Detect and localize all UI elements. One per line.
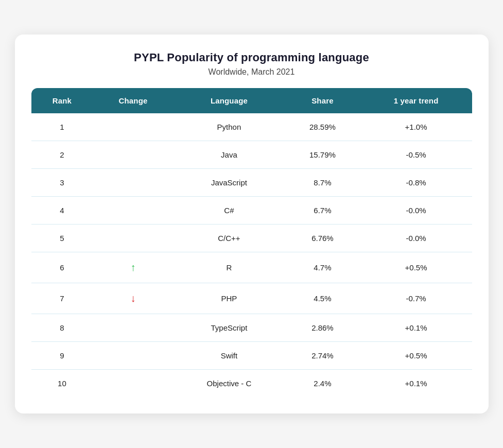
cell-share: 6.76% xyxy=(285,225,360,252)
cell-trend: +0.5% xyxy=(360,252,472,283)
cell-language: Swift xyxy=(174,342,285,370)
cell-change: ↑ xyxy=(93,252,173,283)
col-header-share: Share xyxy=(285,88,360,113)
page-title: PYPL Popularity of programming language xyxy=(31,51,472,64)
table-row: 6↑R4.7%+0.5% xyxy=(31,252,472,283)
cell-rank: 7 xyxy=(31,283,93,314)
cell-share: 28.59% xyxy=(285,113,360,141)
cell-language: R xyxy=(174,252,285,283)
cell-language: Java xyxy=(174,141,285,169)
col-header-trend: 1 year trend xyxy=(360,88,472,113)
cell-language: Objective - C xyxy=(174,370,285,398)
cell-change: ↓ xyxy=(93,283,173,314)
table-header-row: Rank Change Language Share 1 year trend xyxy=(31,88,472,113)
cell-rank: 5 xyxy=(31,225,93,252)
cell-trend: +0.5% xyxy=(360,342,472,370)
cell-rank: 3 xyxy=(31,169,93,197)
table-row: 5C/C++6.76%-0.0% xyxy=(31,225,472,252)
cell-language: JavaScript xyxy=(174,169,285,197)
cell-share: 6.7% xyxy=(285,197,360,225)
cell-trend: +1.0% xyxy=(360,113,472,141)
main-container: PYPL Popularity of programming language … xyxy=(15,35,489,413)
cell-change xyxy=(93,169,173,197)
cell-change xyxy=(93,370,173,398)
cell-trend: +0.1% xyxy=(360,370,472,398)
cell-share: 2.74% xyxy=(285,342,360,370)
cell-rank: 4 xyxy=(31,197,93,225)
cell-language: Python xyxy=(174,113,285,141)
cell-rank: 6 xyxy=(31,252,93,283)
cell-rank: 1 xyxy=(31,113,93,141)
cell-language: PHP xyxy=(174,283,285,314)
cell-rank: 2 xyxy=(31,141,93,169)
col-header-change: Change xyxy=(93,88,173,113)
table-row: 10Objective - C2.4%+0.1% xyxy=(31,370,472,398)
cell-trend: -0.5% xyxy=(360,141,472,169)
change-up-icon: ↑ xyxy=(131,262,136,273)
table-row: 4C#6.7%-0.0% xyxy=(31,197,472,225)
data-table: Rank Change Language Share 1 year trend … xyxy=(31,88,472,397)
table-row: 2Java15.79%-0.5% xyxy=(31,141,472,169)
cell-trend: -0.8% xyxy=(360,169,472,197)
cell-trend: -0.0% xyxy=(360,225,472,252)
cell-change xyxy=(93,197,173,225)
cell-share: 2.4% xyxy=(285,370,360,398)
table-row: 7↓PHP4.5%-0.7% xyxy=(31,283,472,314)
cell-trend: -0.7% xyxy=(360,283,472,314)
cell-language: C/C++ xyxy=(174,225,285,252)
cell-change xyxy=(93,225,173,252)
table-row: 9Swift2.74%+0.5% xyxy=(31,342,472,370)
col-header-rank: Rank xyxy=(31,88,93,113)
cell-share: 2.86% xyxy=(285,314,360,342)
cell-rank: 9 xyxy=(31,342,93,370)
cell-language: C# xyxy=(174,197,285,225)
cell-share: 8.7% xyxy=(285,169,360,197)
cell-trend: -0.0% xyxy=(360,197,472,225)
change-down-icon: ↓ xyxy=(131,292,136,304)
cell-rank: 10 xyxy=(31,370,93,398)
table-row: 1Python28.59%+1.0% xyxy=(31,113,472,141)
cell-language: TypeScript xyxy=(174,314,285,342)
cell-change xyxy=(93,314,173,342)
cell-share: 4.7% xyxy=(285,252,360,283)
cell-rank: 8 xyxy=(31,314,93,342)
page-subtitle: Worldwide, March 2021 xyxy=(31,67,472,77)
col-header-language: Language xyxy=(174,88,285,113)
cell-trend: +0.1% xyxy=(360,314,472,342)
cell-change xyxy=(93,141,173,169)
cell-share: 4.5% xyxy=(285,283,360,314)
cell-change xyxy=(93,342,173,370)
cell-share: 15.79% xyxy=(285,141,360,169)
table-row: 3JavaScript8.7%-0.8% xyxy=(31,169,472,197)
table-row: 8TypeScript2.86%+0.1% xyxy=(31,314,472,342)
cell-change xyxy=(93,113,173,141)
